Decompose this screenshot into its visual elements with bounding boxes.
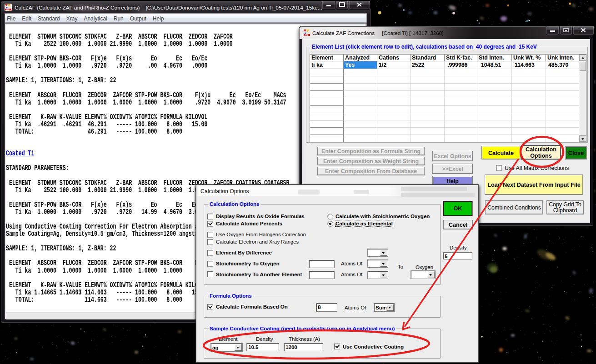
svg-text:ZAF: ZAF [305,34,309,36]
svg-text:ZAF: ZAF [6,9,10,11]
